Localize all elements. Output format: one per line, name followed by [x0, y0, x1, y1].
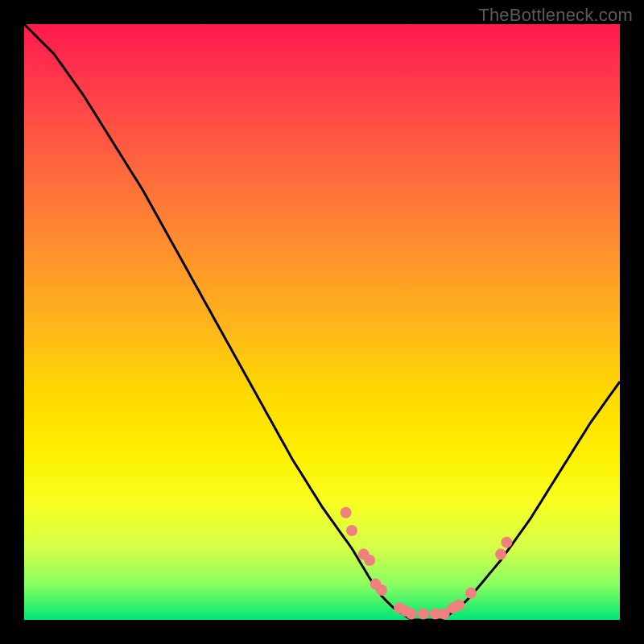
chart-frame: TheBottleneck.com	[0, 0, 644, 644]
data-point	[346, 525, 357, 536]
data-point	[453, 600, 464, 611]
data-point	[364, 555, 375, 566]
data-point	[406, 609, 417, 620]
watermark-text: TheBottleneck.com	[478, 5, 633, 26]
data-point	[501, 537, 512, 548]
data-point	[376, 584, 387, 596]
data-point	[418, 609, 429, 620]
data-point	[465, 588, 477, 599]
bottleneck-curve	[24, 24, 620, 620]
scatter-points	[341, 507, 513, 620]
data-point	[495, 549, 506, 560]
data-point	[341, 507, 352, 518]
chart-svg	[24, 24, 620, 620]
